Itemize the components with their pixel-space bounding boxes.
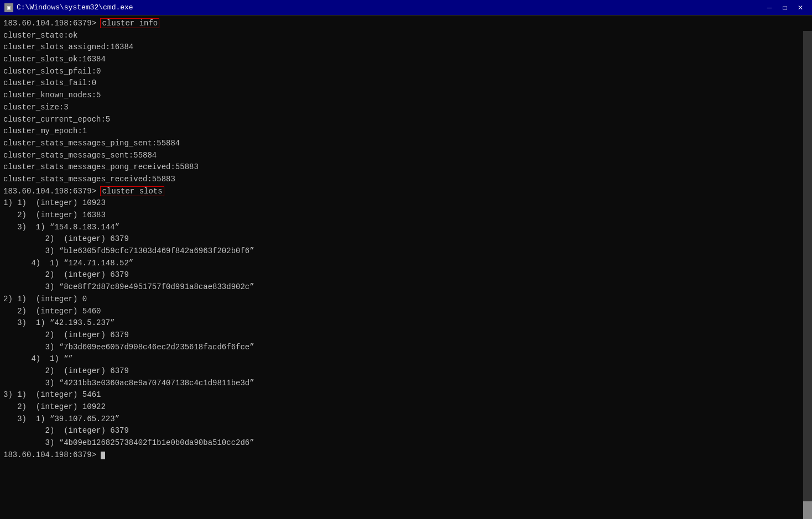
title-bar: ▣ C:\Windows\system32\cmd.exe ─ □ ✕	[0, 0, 812, 15]
ci-line-6: cluster_known_nodes:5	[3, 90, 809, 102]
terminal-wrapper: 183.60.104.198:6379> cluster info cluste…	[0, 15, 812, 519]
prompt-line-3: 183.60.104.198:6379>	[3, 449, 809, 462]
ci-line-10: cluster_stats_messages_ping_sent:55884	[3, 138, 809, 150]
cs-line-10: 2) (integer) 5460	[3, 306, 809, 318]
cmd-icon: ▣	[4, 3, 13, 12]
prompt-line-2: 183.60.104.198:6379> cluster slots	[3, 186, 809, 198]
cmd-2: cluster slots	[101, 187, 163, 196]
ci-line-8: cluster_current_epoch:5	[3, 114, 809, 126]
cs-line-9: 2) 1) (integer) 0	[3, 293, 809, 306]
cs-line-7: 2) (integer) 6379	[3, 269, 809, 281]
cs-line-12: 2) (integer) 6379	[3, 329, 809, 342]
scrollbar[interactable]	[803, 31, 812, 519]
cs-line-1: 1) 1) (integer) 10923	[3, 197, 809, 209]
cs-line-6: 4) 1) “124.71.148.52”	[3, 258, 809, 270]
ci-line-3: cluster_slots_ok:16384	[3, 54, 809, 66]
ci-line-4: cluster_slots_pfail:0	[3, 66, 809, 78]
close-button[interactable]: ✕	[793, 2, 808, 13]
cs-line-18: 2) (integer) 10922	[3, 401, 809, 413]
cs-line-16: 3) “4231bb3e0360ac8e9a707407138c4c1d9811…	[3, 378, 809, 390]
cs-line-4: 2) (integer) 6379	[3, 233, 809, 245]
maximize-button[interactable]: □	[778, 2, 792, 13]
title-bar-left: ▣ C:\Windows\system32\cmd.exe	[4, 3, 133, 12]
cursor	[101, 452, 105, 459]
cs-line-11: 3) 1) “42.193.5.237”	[3, 317, 809, 329]
cs-line-17: 3) 1) (integer) 5461	[3, 389, 809, 401]
cs-line-2: 2) (integer) 16383	[3, 209, 809, 222]
cs-line-5: 3) “ble6305fd59cfc71303d469f842a6963f202…	[3, 245, 809, 258]
ci-line-2: cluster_slots_assigned:16384	[3, 41, 809, 54]
terminal-body[interactable]: 183.60.104.198:6379> cluster info cluste…	[0, 15, 812, 519]
cs-line-15: 2) (integer) 6379	[3, 365, 809, 378]
prompt-2: 183.60.104.198:6379>	[3, 187, 96, 196]
cs-line-14: 4) 1) “”	[3, 353, 809, 365]
minimize-button[interactable]: ─	[762, 2, 777, 13]
cs-line-8: 3) “8ce8ff2d87c89e4951757f0d991a8cae833d…	[3, 281, 809, 293]
window-title: C:\Windows\system32\cmd.exe	[17, 3, 133, 12]
cs-line-21: 3) “4b09eb126825738402f1b1e0b0da90ba510c…	[3, 437, 809, 449]
prompt-3: 183.60.104.198:6379>	[3, 450, 96, 459]
ci-line-1: cluster_state:ok	[3, 30, 809, 42]
ci-line-11: cluster_stats_messages_sent:55884	[3, 150, 809, 162]
ci-line-5: cluster_slots_fail:0	[3, 77, 809, 90]
cs-line-19: 3) 1) “39.107.65.223”	[3, 413, 809, 426]
cs-line-3: 3) 1) “154.8.183.144”	[3, 222, 809, 234]
ci-line-12: cluster_stats_messages_pong_received:558…	[3, 161, 809, 174]
cs-line-20: 2) (integer) 6379	[3, 425, 809, 437]
prompt-1: 183.60.104.198:6379>	[3, 19, 96, 28]
scrollbar-thumb[interactable]	[803, 501, 812, 519]
prompt-line-1: 183.60.104.198:6379> cluster info	[3, 18, 809, 30]
ci-line-7: cluster_size:3	[3, 102, 809, 114]
cs-line-13: 3) “7b3d609ee6057d908c46ec2d235618facd6f…	[3, 342, 809, 354]
ci-line-9: cluster_my_epoch:1	[3, 125, 809, 138]
title-bar-controls: ─ □ ✕	[762, 2, 808, 13]
cmd-1: cluster info	[101, 19, 159, 28]
ci-line-13: cluster_stats_messages_received:55883	[3, 174, 809, 186]
